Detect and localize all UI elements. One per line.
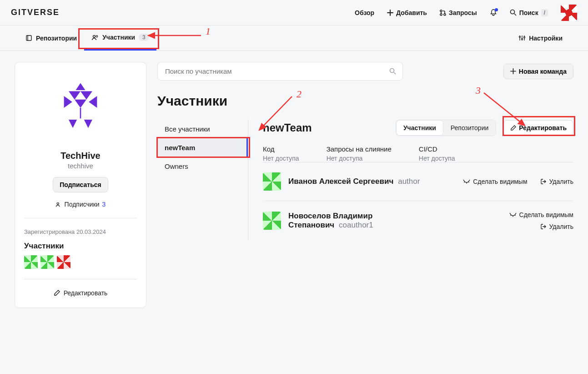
member-login[interactable]: author bbox=[398, 177, 420, 186]
seg-repos[interactable]: Репозитории bbox=[443, 120, 496, 136]
member-row: Новоселов Владимир Степанович coauthor1 … bbox=[263, 201, 573, 240]
perm-cicd-label: CI/CD bbox=[419, 145, 455, 153]
svg-point-2 bbox=[444, 14, 446, 15]
member-avatar[interactable] bbox=[263, 212, 281, 230]
nav-requests-label: Запросы bbox=[449, 9, 477, 16]
nav-notifications[interactable] bbox=[490, 9, 497, 16]
sliders-icon bbox=[518, 35, 525, 41]
org-slug: techhive bbox=[24, 162, 137, 170]
member-login[interactable]: coauthor1 bbox=[339, 221, 373, 229]
content-pane: Новая команда Участники Все участники ne… bbox=[157, 62, 573, 240]
pull-request-icon bbox=[440, 10, 446, 16]
svg-point-8 bbox=[522, 39, 523, 40]
tab-members[interactable]: Участники 3 bbox=[84, 25, 156, 51]
repo-icon bbox=[25, 35, 32, 41]
perm-code-value: Нет доступа bbox=[263, 155, 299, 162]
edit-team-label: Редактировать bbox=[519, 124, 567, 131]
svg-marker-17 bbox=[69, 120, 77, 128]
search-kbd: / bbox=[541, 9, 548, 16]
seg-repos-label: Репозитории bbox=[451, 124, 488, 131]
team-owners[interactable]: Owners bbox=[157, 157, 248, 176]
nav-search[interactable]: Поиск / bbox=[510, 9, 548, 16]
svg-marker-13 bbox=[75, 100, 86, 108]
registration-date: Зарегистрирована 20.03.2024 bbox=[24, 228, 137, 235]
nav-overview[interactable]: Обзор bbox=[355, 9, 374, 16]
notification-dot bbox=[495, 8, 498, 11]
svg-point-5 bbox=[93, 35, 95, 37]
svg-point-20 bbox=[390, 69, 394, 73]
team-all-label: Все участники bbox=[165, 125, 210, 133]
app-header: GITVERSE Обзор Добавить Запросы Поиск / bbox=[0, 0, 588, 25]
delete-member-label: Удалить bbox=[549, 223, 573, 230]
team-owners-label: Owners bbox=[165, 162, 188, 170]
svg-point-7 bbox=[519, 36, 521, 38]
perm-merge: Запросы на слияние Нет доступа bbox=[327, 145, 392, 162]
member-avatar[interactable] bbox=[24, 255, 38, 269]
member-avatars bbox=[24, 255, 137, 269]
teams-list: Все участники newTeam Owners bbox=[157, 120, 248, 240]
team-newteam-label: newTeam bbox=[165, 144, 195, 152]
delete-member-button[interactable]: Удалить bbox=[540, 178, 573, 185]
make-visible-button[interactable]: Сделать видимым bbox=[509, 211, 573, 218]
team-all[interactable]: Все участники bbox=[157, 120, 248, 138]
perm-code: Код Нет доступа bbox=[263, 145, 299, 162]
make-visible-button[interactable]: Сделать видимым bbox=[463, 178, 527, 185]
edit-org-label: Редактировать bbox=[64, 289, 108, 297]
pencil-icon bbox=[510, 125, 516, 131]
member-avatar[interactable] bbox=[263, 172, 281, 191]
people-icon bbox=[91, 34, 99, 41]
annotation-number-1: 1 bbox=[206, 25, 211, 37]
followers-count: 3 bbox=[102, 201, 106, 208]
edit-org-button[interactable]: Редактировать bbox=[24, 289, 137, 297]
tab-members-count: 3 bbox=[139, 34, 149, 41]
svg-rect-4 bbox=[26, 35, 31, 40]
pencil-icon bbox=[54, 290, 60, 296]
members-search-input[interactable] bbox=[164, 67, 389, 76]
nav-add[interactable]: Добавить bbox=[387, 9, 427, 16]
plus-icon bbox=[387, 10, 393, 16]
nav-requests[interactable]: Запросы bbox=[440, 9, 477, 16]
team-newteam[interactable]: newTeam bbox=[157, 138, 248, 157]
search-icon bbox=[510, 9, 517, 16]
org-card: TechHive techhive Подписаться Подписчики… bbox=[15, 62, 146, 308]
new-team-label: Новая команда bbox=[519, 68, 567, 75]
tab-repositories-label: Репозитории bbox=[36, 35, 77, 42]
people-icon bbox=[55, 202, 62, 207]
tab-members-label: Участники bbox=[102, 34, 135, 41]
team-view-toggle: Участники Репозитории bbox=[396, 120, 496, 136]
member-name[interactable]: Иванов Алексей Сергеевич bbox=[288, 177, 393, 186]
svg-marker-11 bbox=[69, 91, 80, 100]
logo[interactable]: GITVERSE bbox=[11, 8, 60, 17]
plus-icon bbox=[510, 68, 516, 74]
org-logo bbox=[44, 71, 117, 144]
eye-closed-icon bbox=[509, 212, 517, 217]
eye-closed-icon bbox=[463, 179, 470, 184]
svg-point-9 bbox=[524, 37, 525, 38]
subscribe-button[interactable]: Подписаться bbox=[53, 177, 108, 192]
members-search[interactable] bbox=[157, 62, 403, 81]
edit-team-button[interactable]: Редактировать bbox=[503, 120, 573, 136]
perm-merge-label: Запросы на слияние bbox=[327, 145, 392, 153]
svg-marker-10 bbox=[76, 83, 85, 90]
svg-point-0 bbox=[440, 10, 442, 12]
user-avatar[interactable] bbox=[561, 5, 577, 21]
svg-point-19 bbox=[57, 202, 59, 204]
perm-code-label: Код bbox=[263, 145, 299, 153]
svg-rect-16 bbox=[80, 108, 81, 118]
new-team-button[interactable]: Новая команда bbox=[503, 64, 573, 79]
svg-marker-18 bbox=[84, 120, 92, 128]
seg-members-label: Участники bbox=[403, 124, 436, 131]
main-layout: TechHive techhive Подписаться Подписчики… bbox=[0, 51, 588, 319]
delete-member-button[interactable]: Удалить bbox=[540, 223, 573, 230]
tab-settings-label: Настройки bbox=[529, 35, 563, 42]
member-avatar[interactable] bbox=[57, 255, 70, 269]
nav-search-label: Поиск bbox=[519, 9, 538, 16]
member-row: Иванов Алексей Сергеевич author Сделать … bbox=[263, 162, 573, 201]
tab-settings[interactable]: Настройки bbox=[511, 26, 570, 50]
followers-link[interactable]: Подписчики 3 bbox=[24, 201, 137, 208]
tab-repositories[interactable]: Репозитории bbox=[18, 26, 84, 50]
member-avatar[interactable] bbox=[40, 255, 54, 269]
svg-point-3 bbox=[510, 10, 514, 14]
seg-members[interactable]: Участники bbox=[396, 120, 443, 136]
nav-add-label: Добавить bbox=[396, 9, 427, 16]
